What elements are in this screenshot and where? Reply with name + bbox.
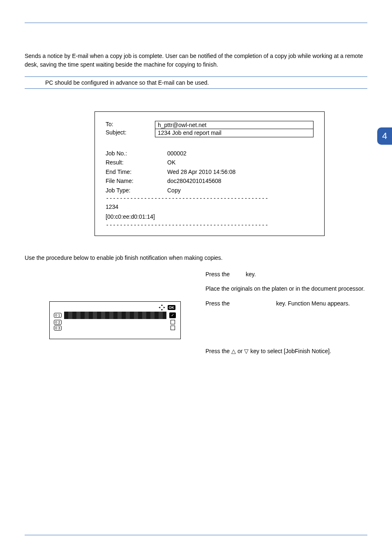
signature-line-2: [00:c0:ee:d0:01:14] [106,212,314,221]
step-4: Press the △ or ▽ key to select [JobFinis… [205,347,367,356]
separator-dashes: ----------------------------------------… [106,222,314,228]
highlighted-row [64,312,166,319]
svg-marker-3 [164,307,165,308]
email-sample-box: To: h_pttr@owl-net.net Subject: 1234 Job… [95,111,325,236]
procedure-intro: Use the procedure below to enable job fi… [25,254,367,261]
nav-arrows-icon [159,304,165,311]
intro-text: Sends a notice by E-mail when a copy job… [25,52,367,69]
check-icon: ✓ [169,312,176,318]
row-number-box: 0 3 [54,326,62,331]
subject-value: 1234 Job end report mail [155,129,314,137]
svg-marker-1 [161,309,163,311]
field-label: End Time: [106,167,167,176]
to-value: h_pttr@owl-net.net [155,121,314,129]
field-value: doc28042010145608 [167,176,221,185]
row-number-box: 0 1 [54,313,62,318]
step-text: Press the [205,271,231,278]
display-panel: OK 0 1 ✓ 0 2 0 3 [49,301,181,339]
step-2: Place the originals on the platen or in … [205,284,367,294]
square-icon [171,320,175,324]
note-text: PC should be configured in advance so th… [45,79,209,86]
step-text: Press the [205,300,231,307]
subject-label: Subject: [106,129,155,136]
field-value: Wed 28 Apr 2010 14:56:08 [167,167,235,176]
ok-icon: OK [168,305,176,310]
field-label: Result: [106,158,167,167]
side-tab-number: 4 [377,127,392,145]
field-label: Job Type: [106,186,167,195]
step-3: Press the key. Function Menu appears. [205,299,367,308]
field-value: 000002 [167,149,187,158]
row-number-box: 0 2 [54,320,62,325]
step-text: key. [244,271,256,278]
field-value: Copy [167,186,181,195]
svg-marker-2 [159,307,160,308]
to-label: To: [106,121,155,127]
square-icon [171,326,175,330]
step-text: key. Function Menu appears. [274,300,350,307]
field-value: OK [167,158,175,167]
separator-dashes: ----------------------------------------… [106,195,314,201]
field-label: File Name: [106,176,167,185]
svg-marker-0 [161,304,163,306]
step-1: Press the key. [205,270,367,279]
signature-line-1: 1234 [106,202,314,211]
field-label: Job No.: [106,149,167,158]
